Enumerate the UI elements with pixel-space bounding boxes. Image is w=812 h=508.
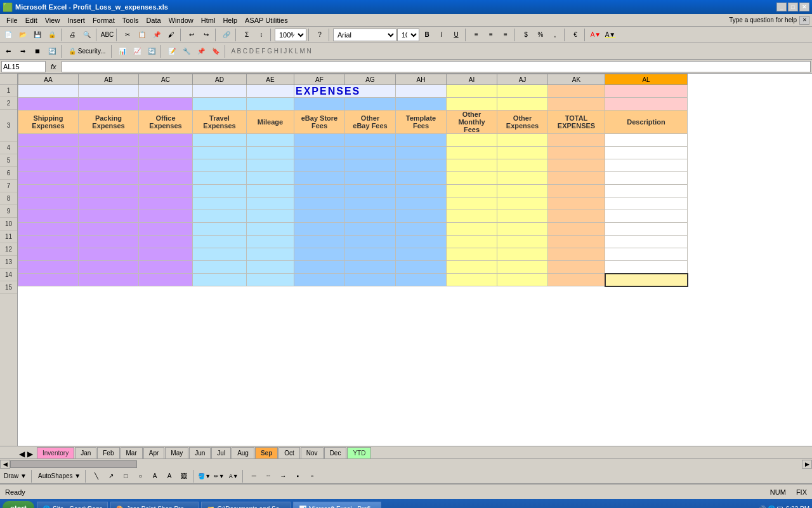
cell-al15-selected[interactable]: [605, 274, 688, 286]
cell-ak5[interactable]: [548, 147, 605, 159]
cell-ae15[interactable]: [247, 274, 294, 286]
cell-ak11[interactable]: [548, 223, 605, 236]
cell-ak1[interactable]: [548, 85, 605, 98]
undo-button[interactable]: ↩: [185, 28, 199, 42]
cell-al14[interactable]: [605, 261, 688, 274]
header-packing[interactable]: PackingExpenses: [79, 110, 139, 134]
cell-ae5[interactable]: [247, 147, 294, 159]
rect-tool[interactable]: □: [119, 469, 133, 483]
header-other-ebay[interactable]: OthereBay Fees: [345, 110, 396, 134]
menu-format[interactable]: Format: [89, 15, 119, 25]
cell-ag10[interactable]: [345, 210, 396, 223]
cell-af7[interactable]: [294, 172, 345, 185]
cell-ak7[interactable]: [548, 172, 605, 185]
hyperlink-button[interactable]: 🔗: [219, 28, 233, 42]
menu-html[interactable]: Html: [197, 15, 219, 25]
cell-ag14[interactable]: [345, 261, 396, 274]
col-ae-header[interactable]: AE: [247, 74, 294, 85]
cell-ai7[interactable]: [447, 172, 497, 185]
textbox-tool[interactable]: A: [148, 469, 162, 483]
cell-ab13[interactable]: [79, 248, 139, 261]
cell-ah5[interactable]: [396, 147, 447, 159]
tab-ytd[interactable]: YTD: [347, 447, 371, 458]
cell-al1[interactable]: [605, 85, 688, 98]
tab-oct[interactable]: Oct: [278, 447, 300, 458]
cell-af8[interactable]: [294, 185, 345, 197]
cell-aj7[interactable]: [497, 172, 548, 185]
cell-ab1[interactable]: [79, 85, 139, 98]
cell-ak13[interactable]: [548, 248, 605, 261]
taskbar-goodybags[interactable]: 🌐 Site - GoodyBags: [37, 502, 108, 508]
comma-button[interactable]: ,: [548, 28, 562, 42]
cell-ah2[interactable]: [396, 98, 447, 110]
cell-ah15[interactable]: [396, 274, 447, 286]
spellcheck-button[interactable]: ABC: [100, 28, 114, 42]
cell-aj12[interactable]: [497, 236, 548, 248]
cell-ab10[interactable]: [79, 210, 139, 223]
cell-ac9[interactable]: [139, 197, 193, 210]
cell-ah8[interactable]: [396, 185, 447, 197]
autoshapes-menu[interactable]: AutoShapes ▼: [36, 472, 83, 479]
tab-nov[interactable]: Nov: [301, 447, 324, 458]
cell-ae12[interactable]: [247, 236, 294, 248]
cell-ah10[interactable]: [396, 210, 447, 223]
underline-button[interactable]: U: [449, 28, 463, 42]
cell-aa9[interactable]: [18, 197, 79, 210]
taskbar-documents[interactable]: 📁 C:\Documents and Se...: [201, 502, 290, 508]
tb2-btn2[interactable]: ➡: [16, 44, 30, 58]
cell-ah11[interactable]: [396, 223, 447, 236]
col-ad-header[interactable]: AD: [193, 74, 247, 85]
tab-sep[interactable]: Sep: [255, 447, 278, 458]
align-left[interactable]: ≡: [469, 28, 483, 42]
line-style[interactable]: ─: [247, 469, 261, 483]
cell-ae7[interactable]: [247, 172, 294, 185]
cell-ai9[interactable]: [447, 197, 497, 210]
cell-ab8[interactable]: [79, 185, 139, 197]
cell-aj15[interactable]: [497, 274, 548, 286]
cell-ak12[interactable]: [548, 236, 605, 248]
cell-aj6[interactable]: [497, 159, 548, 172]
redo-button[interactable]: ↪: [199, 28, 213, 42]
cell-ad15[interactable]: [193, 274, 247, 286]
cell-ai2[interactable]: [447, 98, 497, 110]
cell-af10[interactable]: [294, 210, 345, 223]
arrow-tool[interactable]: ↗: [104, 469, 118, 483]
bold-button[interactable]: B: [420, 28, 434, 42]
cell-ad11[interactable]: [193, 223, 247, 236]
col-al-header[interactable]: AL: [605, 74, 688, 85]
horizontal-scrollbar[interactable]: ◀ ▶: [0, 458, 812, 469]
cell-ab5[interactable]: [79, 147, 139, 159]
col-af-header[interactable]: AF: [294, 74, 345, 85]
cell-aa2[interactable]: [18, 98, 79, 110]
header-travel[interactable]: TravelExpenses: [193, 110, 247, 134]
cell-ab6[interactable]: [79, 159, 139, 172]
cell-ah13[interactable]: [396, 248, 447, 261]
header-mileage[interactable]: Mileage: [247, 110, 294, 134]
cell-ae9[interactable]: [247, 197, 294, 210]
currency-button[interactable]: $: [519, 28, 533, 42]
cell-aa4[interactable]: [18, 134, 79, 147]
format-painter[interactable]: 🖌: [164, 28, 178, 42]
menu-data[interactable]: Data: [142, 15, 164, 25]
menu-asap[interactable]: ASAP Utilities: [241, 15, 292, 25]
cell-ak6[interactable]: [548, 159, 605, 172]
font-color-draw[interactable]: A▼: [226, 469, 240, 483]
taskbar-paintshop[interactable]: 🎨 Jasc Paint Shop Pro -...: [110, 502, 199, 508]
name-box[interactable]: AL15: [1, 61, 46, 72]
euro-button[interactable]: €: [568, 28, 582, 42]
tb2-btn7[interactable]: 🔄: [145, 44, 159, 58]
cell-al13[interactable]: [605, 248, 688, 261]
percent-button[interactable]: %: [534, 28, 547, 42]
fill-color-draw[interactable]: 🪣▼: [197, 469, 211, 483]
dash-style[interactable]: ╌: [261, 469, 275, 483]
cell-ac8[interactable]: [139, 185, 193, 197]
cell-aj10[interactable]: [497, 210, 548, 223]
tab-jan[interactable]: Jan: [75, 447, 96, 458]
cell-ak14[interactable]: [548, 261, 605, 274]
start-button[interactable]: start: [3, 501, 34, 508]
cell-ak9[interactable]: [548, 197, 605, 210]
arrow-style[interactable]: →: [276, 469, 290, 483]
cell-ad9[interactable]: [193, 197, 247, 210]
col-ak-header[interactable]: AK: [548, 74, 605, 85]
cell-ag4[interactable]: [345, 134, 396, 147]
